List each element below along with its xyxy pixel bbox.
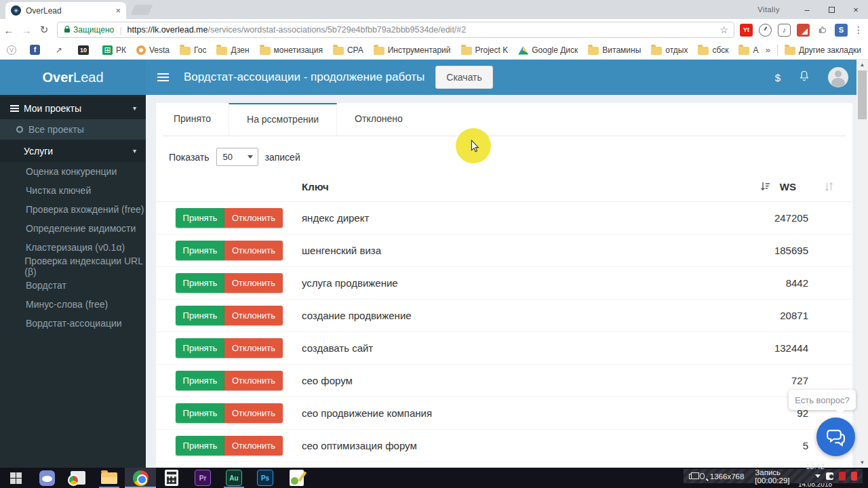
bookmark-item[interactable]: АлкоСтартап — [738, 45, 758, 55]
address-bar[interactable]: Защищено | https://lk.overlead.me /servi… — [57, 22, 734, 38]
recorder-camera-icon[interactable] — [826, 472, 834, 480]
sidebar-item[interactable]: Мои проекты ▾ — [0, 97, 146, 119]
scroll-up-icon[interactable]: ▲ — [856, 60, 868, 70]
s-extension-icon[interactable]: S — [835, 24, 848, 37]
minimize-button[interactable]: – — [795, 5, 819, 15]
other-bookmarks-button[interactable]: Другие закладки — [785, 45, 861, 55]
currency-icon[interactable]: $ — [775, 72, 781, 83]
bookmark-item[interactable]: отдых — [651, 45, 688, 55]
taskbar-discord[interactable] — [31, 468, 62, 488]
sort-amount-icon[interactable] — [760, 182, 770, 195]
accept-button[interactable]: Принять — [176, 338, 224, 358]
bookmark-item[interactable]: ↗ — [54, 45, 68, 55]
accept-button[interactable]: Принять — [176, 403, 224, 423]
taskbar-premiere[interactable]: Pr — [187, 468, 218, 488]
taskbar-photos[interactable] — [62, 468, 94, 488]
accept-button[interactable]: Принять — [176, 371, 224, 390]
recorder-window-icon[interactable] — [689, 474, 694, 479]
music-extension-icon[interactable]: ♪ — [778, 24, 791, 37]
bookmark-item[interactable]: CPA — [333, 45, 363, 55]
bookmark-star-icon[interactable]: ☆ — [719, 24, 728, 35]
reject-button[interactable]: Отклонить — [224, 241, 283, 260]
bookmark-item[interactable]: Google Диск — [518, 45, 578, 55]
app-logo[interactable]: OverLead — [0, 60, 146, 95]
chat-button[interactable] — [816, 418, 855, 456]
recorder-stop-button[interactable] — [851, 472, 857, 481]
recorder-dropdown-icon[interactable] — [815, 474, 821, 478]
forward-icon[interactable]: → — [18, 24, 35, 36]
back-icon[interactable]: ← — [0, 24, 18, 36]
sidebar-item[interactable]: Услуги ▾ — [0, 140, 146, 162]
bookmark-item[interactable]: Дзен — [216, 45, 249, 55]
bookmark-item[interactable]: V — [7, 45, 20, 55]
chrome-menu-icon[interactable]: ⋮ — [852, 24, 865, 35]
bookmark-item[interactable]: 10 — [78, 45, 92, 55]
bookmark-item[interactable]: Project K — [461, 45, 509, 55]
sidebar-item[interactable]: Определение видимости ▾ — [0, 219, 146, 238]
accept-button[interactable]: Принять — [176, 208, 224, 228]
sidebar-item[interactable]: Чистка ключей ▾ — [0, 181, 146, 200]
hamburger-menu-icon[interactable] — [146, 73, 180, 81]
reject-button[interactable]: Отклонить — [224, 208, 283, 228]
sidebar-item[interactable]: Вордстат ▾ — [0, 276, 146, 295]
scroll-down-icon[interactable]: ▼ — [856, 458, 868, 468]
reject-button[interactable]: Отклонить — [224, 436, 283, 455]
sidebar-item[interactable]: Все проекты ▾ — [0, 119, 146, 140]
sort-both-icon[interactable] — [824, 182, 834, 195]
sidebar-item[interactable]: Минус-слова (free) ▾ — [0, 295, 146, 314]
reject-button[interactable]: Отклонить — [224, 306, 283, 325]
taskbar-notes[interactable] — [281, 468, 312, 488]
taskbar-audition[interactable]: Au — [218, 468, 250, 488]
youtube-extension-icon[interactable]: Yt — [740, 24, 753, 37]
status-tab[interactable]: Принято — [156, 103, 229, 136]
scrollbar-thumb[interactable] — [858, 70, 867, 119]
bookmark-item[interactable]: монетизация — [260, 45, 323, 55]
bookmark-item[interactable]: Гос — [180, 45, 206, 55]
key-column-header[interactable]: Ключ — [302, 181, 329, 192]
maximize-button[interactable] — [819, 5, 844, 15]
status-tab[interactable]: На рссмотрении — [229, 103, 337, 136]
taskbar-explorer[interactable] — [94, 468, 125, 488]
reject-button[interactable]: Отклонить — [224, 273, 283, 293]
sidebar-item[interactable]: Кластеризация (v0.1α) ▾ — [0, 238, 146, 257]
accept-button[interactable]: Принять — [176, 273, 224, 293]
download-button[interactable]: Скачать — [435, 66, 493, 89]
reject-button[interactable]: Отклонить — [224, 371, 283, 390]
sidebar-item[interactable]: Вордстат-ассоциации ▾ — [0, 314, 146, 333]
recorder-pause-button[interactable] — [839, 472, 845, 481]
sidebar-item[interactable]: Оценка конкуренции ▾ — [0, 162, 146, 181]
browser-tab[interactable]: ✳ OverLead × — [5, 2, 126, 19]
status-tab[interactable]: Отклонено — [337, 103, 420, 136]
browser-scrollbar[interactable]: ▲ ▼ — [856, 60, 868, 468]
chrome-profile-name[interactable]: Vitaliy — [757, 5, 780, 14]
bookmark-item[interactable]: Витамины — [588, 45, 641, 55]
accept-button[interactable]: Принять — [176, 306, 224, 325]
taskbar-photoshop[interactable]: Ps — [250, 468, 281, 488]
reject-button[interactable]: Отклонить — [224, 403, 283, 423]
reject-button[interactable]: Отклонить — [224, 338, 283, 358]
bookmark-item[interactable]: РК — [102, 45, 126, 55]
taskbar-chrome[interactable] — [125, 468, 156, 488]
thumbs-up-extension-icon[interactable] — [816, 24, 829, 37]
reload-icon[interactable]: ↻ — [35, 24, 53, 36]
accept-button[interactable]: Принять — [176, 436, 224, 455]
start-button[interactable] — [0, 468, 31, 488]
ws-column-header[interactable]: WS — [780, 181, 796, 192]
tab-close-icon[interactable]: × — [115, 5, 121, 16]
clock-extension-icon[interactable] — [759, 24, 772, 37]
close-button[interactable]: × — [844, 5, 868, 15]
accept-button[interactable]: Принять — [176, 241, 224, 260]
sidebar-item[interactable]: Проверка вхождений (free) ▾ — [0, 200, 146, 219]
bookmark-item[interactable]: Vesta — [136, 45, 170, 55]
sidebar-item[interactable]: Проверка индексации URL (β) ▾ — [0, 257, 146, 276]
new-tab-button[interactable] — [131, 5, 153, 15]
taskbar-calculator[interactable] — [156, 468, 187, 488]
page-size-select[interactable]: 50 — [216, 148, 258, 166]
recorder-zoom-icon[interactable] — [700, 473, 705, 479]
chart-extension-icon[interactable] — [797, 24, 810, 37]
bookmark-item[interactable]: f — [30, 45, 43, 55]
bookmarks-overflow-icon[interactable]: » — [766, 45, 770, 55]
bookmark-item[interactable]: Инструментарий — [374, 45, 451, 55]
bell-icon[interactable] — [798, 70, 810, 85]
bookmark-item[interactable]: сбск — [698, 45, 728, 55]
